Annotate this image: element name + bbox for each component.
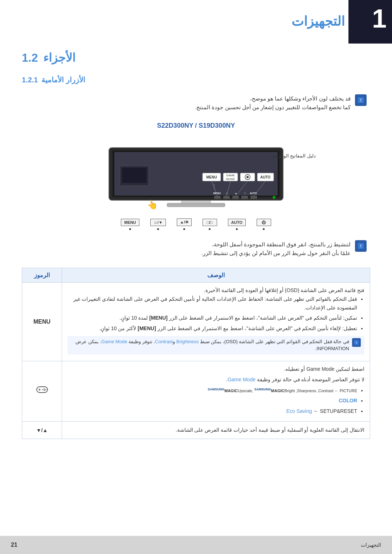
row1-inner-note: ! في حالة قفل التحكم في القوائم التي تظه… <box>68 336 364 354</box>
note-text-1: قد يختلف لون الأجزاء وشكلها عما هو موضح،… <box>195 94 351 112</box>
menu-btn-dot <box>129 228 131 230</box>
page-number: 21 <box>11 542 17 548</box>
note-box-2: ! لتنشيط زر بالمنتج، انقر فوق المنطقة ال… <box>22 237 370 260</box>
menu-symbol: MENU <box>33 319 50 325</box>
table-cell-desc-1: فتح قائمة العرض على الشاشة (OSD) أو إغلا… <box>62 283 370 361</box>
source-btn-dot <box>209 228 211 230</box>
main-content: الأجزاء 1.2 الأزرار الأمامية 1.2.1 ! قد … <box>0 0 392 468</box>
product-model: S22D300NY / S19D300NY <box>22 122 370 130</box>
svg-rect-13 <box>250 196 257 199</box>
section-title: الأجزاء <box>43 51 75 65</box>
main-table: الوصف الرموز فتح قائمة العرض على الشاشة … <box>22 268 370 439</box>
svg-rect-3 <box>167 203 225 207</box>
svg-rect-12 <box>241 196 248 199</box>
table-cell-desc-3: الانتقال إلى القائمة العلوية أو السفلية … <box>62 421 370 439</box>
note-box-1: ! قد يختلف لون الأجزاء وشكلها عما هو موض… <box>22 91 370 115</box>
row2-bullet-2: COLOR <box>68 397 357 405</box>
svg-text:!: ! <box>360 244 362 248</box>
up-btn-dot <box>183 228 185 230</box>
monitor-area: دليل المفاتيح الوظيفية <box>22 137 370 230</box>
section-number: 1.2 <box>22 51 38 65</box>
subsection-heading: الأزرار الأمامية 1.2.1 <box>22 75 370 84</box>
svg-rect-9 <box>214 196 221 199</box>
table-cell-symbol-3: ▲/▼ <box>22 421 62 439</box>
svg-rect-8 <box>122 168 147 183</box>
svg-text:AUTO: AUTO <box>260 175 270 179</box>
row1-bullet-2: تمكين: لتأمين التحكم في "العرض على الشاش… <box>68 314 357 323</box>
svg-text:MODE: MODE <box>226 177 235 181</box>
table-cell-desc-2: اضغط لتمكين Game Mode أو تعطيله. لا تتوف… <box>62 361 370 421</box>
svg-point-45 <box>44 390 45 391</box>
row2-subtext: لا تتوفر العناصر الموضحة أدناه في حالة ت… <box>68 376 364 384</box>
svg-text:▲: ▲ <box>235 192 237 194</box>
footer-chapter-text: التجهيزات <box>361 542 381 548</box>
note-icon-2: ! <box>355 240 367 252</box>
chapter-title: التجهيزات <box>291 14 345 29</box>
chapter-number: 1 <box>372 5 387 32</box>
auto-btn-dot <box>236 228 238 230</box>
game-btn-symbol: ☺/▼ <box>150 219 166 226</box>
subsection-title: الأزرار الأمامية <box>41 75 85 84</box>
row1-main-text: فتح قائمة العرض على الشاشة (OSD) أو إغلا… <box>68 286 364 295</box>
svg-point-44 <box>45 389 46 390</box>
table-cell-symbol-2 <box>22 361 62 421</box>
svg-point-43 <box>44 388 45 389</box>
inner-note-text: في حالة قفل التحكم في القوائم التي تظهر … <box>71 338 349 352</box>
table-header-desc: الوصف <box>62 268 370 283</box>
gamepad-icon <box>35 386 49 397</box>
table-row: اضغط لتمكين Game Mode أو تعطيله. لا تتوف… <box>22 361 370 421</box>
page-footer: 21 التجهيزات <box>0 536 392 554</box>
svg-text:!: ! <box>356 341 357 344</box>
svg-point-19 <box>273 196 275 199</box>
svg-rect-10 <box>223 196 230 199</box>
source-btn-symbol: □/□ <box>203 219 217 226</box>
up-button-label: ▲/✲ <box>177 218 192 230</box>
auto-btn-symbol: AUTO <box>228 219 246 226</box>
section-heading: الأجزاء 1.2 <box>22 51 370 65</box>
auto-button-label: AUTO <box>228 219 246 230</box>
game-btn-dot <box>157 228 159 230</box>
function-guide-label: دليل المفاتيح الوظيفية <box>272 153 316 159</box>
table-row: الانتقال إلى القائمة العلوية أو السفلية … <box>22 421 370 439</box>
svg-text:👆: 👆 <box>147 199 158 210</box>
row1-bullet-3: تعطيل: لإلغاء تأمين التحكم في "العرض على… <box>68 324 357 333</box>
row2-bullet-1: SAMSUNGMAGICUpscale, SAMSUNGMAGICBright … <box>68 386 357 395</box>
buttons-diagram: MENU ☺/▼ ▲/✲ □/□ AUTO <box>69 218 323 230</box>
row2-bullet-3: Eco Saving ← SETUP&RESET <box>68 407 357 416</box>
svg-point-46 <box>42 389 43 390</box>
menu-btn-symbol: MENU <box>121 219 139 226</box>
row1-bullet-1: قفل التحكم بالقوائم التي تظهر على الشاشة… <box>68 295 357 312</box>
table-cell-symbol-1: MENU <box>22 283 62 361</box>
svg-point-29 <box>246 176 249 178</box>
inner-note-icon: ! <box>352 338 361 347</box>
power-btn-symbol: ⏻ <box>257 219 271 226</box>
note-text-2: لتنشيط زر بالمنتج، انقر فوق المنطقة المو… <box>201 240 351 258</box>
row1-bullet-list: قفل التحكم بالقوائم التي تظهر على الشاشة… <box>68 295 364 333</box>
row3-text: الانتقال إلى القائمة العلوية أو السفلية … <box>176 427 364 433</box>
power-btn-dot <box>263 228 265 230</box>
arrow-updown-symbol: ▲/▼ <box>36 427 48 433</box>
svg-text:MENU: MENU <box>206 175 217 179</box>
menu-button-label: MENU <box>121 219 139 230</box>
subsection-number: 1.2.1 <box>22 76 38 84</box>
table-row: فتح قائمة العرض على الشاشة (OSD) أو إغلا… <box>22 283 370 361</box>
svg-text:MENU: MENU <box>213 192 221 194</box>
corner-decoration: 1 <box>348 0 392 44</box>
monitor-diagram: MENU ☺ ▲ □ AUTO 👆 MENU <box>73 137 319 217</box>
row2-main-text: اضغط لتمكين Game Mode أو تعطيله. <box>68 365 364 374</box>
row2-bullet-list: SAMSUNGMAGICUpscale, SAMSUNGMAGICBright … <box>68 386 364 416</box>
source-button-label: □/□ <box>203 219 217 230</box>
svg-rect-11 <box>232 196 239 199</box>
svg-text:GAME: GAME <box>226 174 235 177</box>
table-header-symbol: الرموز <box>22 268 62 283</box>
game-button-label: ☺/▼ <box>150 219 166 230</box>
up-btn-symbol: ▲/✲ <box>177 218 192 226</box>
note-icon-1: ! <box>355 94 367 106</box>
svg-text:!: ! <box>360 98 362 102</box>
power-button-label: ⏻ <box>257 219 271 230</box>
